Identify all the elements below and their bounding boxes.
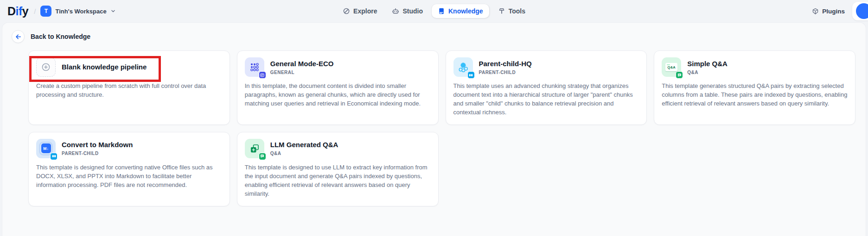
qa-label-icon: Q&A (665, 63, 677, 71)
user-avatar[interactable] (856, 3, 868, 19)
parent-child-badge-icon (50, 153, 57, 160)
card-tag: PARENT-CHILD (479, 70, 532, 75)
template-card-general-mode-eco[interactable]: General Mode-ECO GENERAL In this templat… (237, 50, 439, 125)
arrow-left-icon (15, 33, 22, 40)
card-description: This template is designed to use LLM to … (245, 163, 431, 199)
template-card-llm-generated-qa[interactable]: LLM Generated Q&A Q&A This template is d… (237, 132, 439, 206)
content-panel: Back to Knowledge Blank knowledge pipeli… (2, 22, 866, 236)
card-title: Blank knowledge pipeline (62, 63, 147, 71)
back-button[interactable] (12, 30, 25, 43)
nav-item-explore[interactable]: Explore (337, 4, 383, 18)
logo-letter-y: y (22, 5, 28, 18)
stacked-plus-icon (249, 143, 260, 154)
template-card-blank-pipeline[interactable]: Blank knowledge pipeline Create a custom… (28, 50, 230, 125)
card-description: Create a custom pipeline from scratch wi… (36, 82, 222, 99)
plugins-label: Plugins (822, 8, 845, 15)
workspace-name: Tinh's Workspace (55, 8, 106, 15)
nav-label: Explore (353, 7, 377, 15)
dify-logo[interactable]: Dify (7, 5, 28, 18)
card-tag: PARENT-CHILD (62, 151, 133, 156)
template-card-simple-qa[interactable]: Q&A Simple Q&A Q&A This template generat… (654, 50, 855, 125)
card-description: This template is designed for converting… (36, 163, 222, 190)
card-tag: GENERAL (270, 70, 334, 75)
account-dock (852, 2, 868, 20)
knowledge-icon (438, 7, 445, 15)
plus-circle-icon (41, 62, 51, 72)
template-grid: Blank knowledge pipeline Create a custom… (2, 48, 866, 206)
main-nav: Explore Studio Knowledge Tools (337, 0, 531, 22)
template-card-parent-child-hq[interactable]: Parent-child-HQ PARENT-CHILD This templa… (446, 50, 647, 125)
qa-badge-icon (259, 153, 266, 160)
qa-badge-icon (676, 71, 683, 79)
parent-child-badge-icon (467, 71, 475, 79)
back-row: Back to Knowledge (2, 23, 866, 48)
card-tag: Q&A (687, 70, 728, 75)
general-badge-icon (259, 71, 266, 79)
nav-label: Studio (402, 7, 423, 15)
logo-letter-d: D (7, 5, 16, 18)
card-description: This template uses an advanced chunking … (453, 82, 639, 117)
nav-item-knowledge[interactable]: Knowledge (432, 4, 489, 18)
breadcrumb-separator: / (34, 7, 36, 15)
nav-label: Tools (509, 7, 525, 15)
nav-label: Knowledge (448, 7, 483, 15)
chevron-down-icon (110, 8, 116, 14)
nav-item-tools[interactable]: Tools (492, 4, 531, 18)
page-title: Back to Knowledge (31, 33, 90, 40)
template-card-convert-to-markdown[interactable]: M↓ Convert to Markdown PARENT-CHILD This… (28, 132, 230, 206)
logo-letters-if: if (16, 5, 22, 18)
plugins-button[interactable]: Plugins (812, 8, 845, 15)
dots-grid-icon (249, 62, 260, 73)
card-title: Convert to Markdown (62, 141, 133, 149)
card-title: Simple Q&A (687, 60, 728, 68)
card-title: LLM Generated Q&A (270, 141, 338, 149)
workspace-avatar: T (40, 6, 51, 17)
card-description: In this template, the document content i… (245, 82, 431, 108)
nav-item-studio[interactable]: Studio (386, 4, 429, 18)
card-tag: Q&A (270, 151, 338, 156)
markdown-icon: M↓ (41, 143, 51, 153)
tools-icon (498, 7, 505, 15)
explore-icon (343, 7, 350, 15)
card-title: General Mode-ECO (270, 60, 334, 68)
top-header: Dify / T Tinh's Workspace Explore Studio… (0, 0, 868, 22)
cluster-icon (457, 61, 469, 73)
workspace-switcher[interactable]: T Tinh's Workspace (40, 6, 115, 17)
studio-icon (392, 7, 399, 15)
plugins-icon (812, 8, 819, 15)
blank-pipeline-tile (36, 57, 56, 77)
card-title: Parent-child-HQ (479, 60, 532, 68)
card-description: This template generates structured Q&A p… (662, 82, 848, 108)
